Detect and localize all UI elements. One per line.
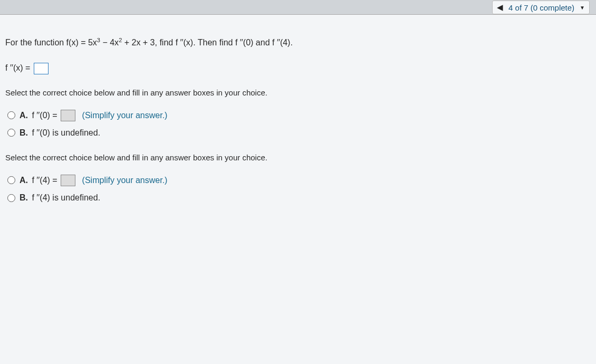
section2-radio-a[interactable] (7, 176, 15, 184)
section2-choice-a: A. f ′′(4) = (Simplify your answer.) (5, 174, 591, 187)
section2-choice-b: B. f ′′(4) is undefined. (5, 191, 591, 205)
question-content: For the function f(x) = 5x3 − 4x2 + 2x +… (0, 15, 596, 364)
problem-text-2: − 4x (100, 38, 119, 47)
section1-choice-a: A. f ′′(0) = (Simplify your answer.) (5, 109, 591, 122)
progress-dropdown-icon[interactable]: ▼ (580, 5, 585, 11)
section2-a-suffix: (Simplify your answer.) (82, 176, 168, 185)
problem-text-3: + 2x + 3, find f ′′(x). Then find f ′′(0… (122, 38, 293, 47)
section2-choices: A. f ′′(4) = (Simplify your answer.) B. … (5, 174, 591, 205)
section2-a-input[interactable] (61, 175, 75, 186)
top-bar: ◀ 4 of 7 (0 complete) ▼ (0, 0, 596, 15)
progress-text: 4 of 7 (0 complete) (508, 3, 574, 12)
section2-b-label: B. (20, 193, 28, 202)
section2-b-text: f ′′(4) is undefined. (32, 193, 100, 202)
main-answer-line: f ′′(x) = (5, 61, 591, 75)
problem-statement: For the function f(x) = 5x3 − 4x2 + 2x +… (5, 36, 591, 50)
section1-instruction: Select the correct choice below and fill… (5, 87, 591, 99)
section2-a-text: f ′′(4) = (32, 176, 60, 185)
section1-a-text: f ′′(0) = (32, 111, 60, 120)
section1-radio-b[interactable] (7, 129, 15, 137)
section1-radio-a[interactable] (7, 111, 15, 119)
section1-b-text: f ′′(0) is undefined. (32, 128, 100, 137)
prev-arrow-icon[interactable]: ◀ (497, 3, 503, 12)
section2-radio-b[interactable] (7, 194, 15, 202)
problem-text-1: For the function f(x) = 5x (5, 38, 97, 47)
main-answer-input[interactable] (34, 63, 49, 74)
section1-b-label: B. (20, 128, 28, 137)
section2-a-label: A. (20, 176, 28, 185)
progress-nav-pill[interactable]: ◀ 4 of 7 (0 complete) ▼ (492, 1, 590, 14)
section1-a-input[interactable] (61, 110, 75, 121)
section1-choice-b: B. f ′′(0) is undefined. (5, 126, 591, 140)
answer-label: f ′′(x) = (5, 63, 33, 72)
section1-a-label: A. (20, 111, 28, 120)
section1-a-suffix: (Simplify your answer.) (82, 111, 168, 120)
section1-choices: A. f ′′(0) = (Simplify your answer.) B. … (5, 109, 591, 140)
section2-instruction: Select the correct choice below and fill… (5, 151, 591, 164)
